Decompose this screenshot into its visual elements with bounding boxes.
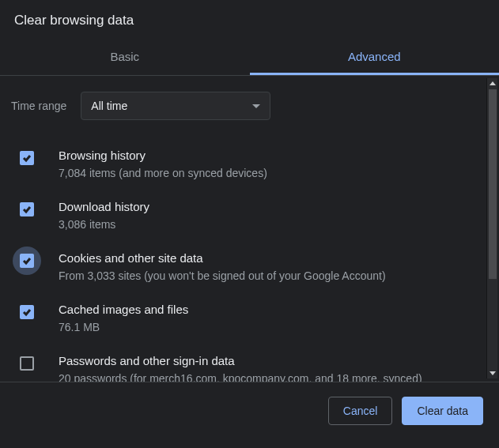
item-title: Browsing history	[59, 149, 267, 162]
scrollbar-thumb[interactable]	[489, 89, 497, 279]
check-icon	[22, 153, 32, 163]
list-item: Passwords and other sign-in data 20 pass…	[11, 346, 488, 382]
checkbox-cached-images[interactable]	[20, 305, 34, 319]
item-subtitle: 3,086 items	[59, 217, 149, 232]
check-icon	[22, 205, 32, 214]
list-item: Download history 3,086 items	[11, 192, 488, 243]
content-area: Time range All time Browsing history 7,0…	[0, 76, 499, 382]
list-item: Cached images and files 76.1 MB	[11, 295, 488, 346]
checkbox-download-history[interactable]	[20, 202, 34, 216]
scrollbar-down-icon[interactable]	[490, 371, 496, 375]
item-text: Browsing history 7,084 items (and more o…	[59, 149, 267, 181]
time-range-value: All time	[91, 100, 127, 112]
dialog-title: Clear browsing data	[0, 0, 499, 40]
item-text: Download history 3,086 items	[59, 200, 149, 232]
tabs: Basic Advanced	[0, 40, 499, 76]
list-item: Cookies and other site data From 3,033 s…	[11, 243, 488, 295]
checkbox-holder	[13, 247, 41, 275]
time-range-row: Time range All time	[11, 92, 488, 120]
tab-advanced[interactable]: Advanced	[250, 40, 500, 75]
item-subtitle: 20 passwords (for merch16.com, kpocompan…	[59, 371, 422, 382]
clear-data-button[interactable]: Clear data	[402, 397, 483, 425]
scroll-area[interactable]: Time range All time Browsing history 7,0…	[0, 76, 499, 382]
check-icon	[22, 307, 32, 317]
checkbox-cookies[interactable]	[20, 254, 34, 268]
item-text: Cookies and other site data From 3,033 s…	[59, 251, 386, 284]
checkbox-browsing-history[interactable]	[20, 151, 34, 165]
dialog-footer: Cancel Clear data	[0, 382, 499, 439]
item-title: Cookies and other site data	[59, 251, 386, 265]
list-item: Browsing history 7,084 items (and more o…	[11, 141, 488, 192]
checkbox-holder	[13, 195, 41, 224]
scrollbar-up-icon[interactable]	[490, 81, 496, 85]
item-title: Download history	[59, 200, 149, 213]
time-range-label: Time range	[11, 100, 66, 112]
chevron-down-icon	[252, 104, 260, 108]
item-subtitle: 76.1 MB	[59, 320, 188, 335]
item-text: Passwords and other sign-in data 20 pass…	[59, 354, 422, 382]
checkbox-holder	[13, 144, 41, 172]
item-subtitle: From 3,033 sites (you won't be signed ou…	[59, 269, 386, 284]
scrollbar[interactable]	[486, 78, 497, 378]
item-subtitle: 7,084 items (and more on synced devices)	[59, 166, 267, 181]
check-icon	[22, 256, 32, 265]
tab-basic[interactable]: Basic	[0, 40, 250, 75]
item-title: Passwords and other sign-in data	[59, 354, 422, 367]
item-title: Cached images and files	[59, 303, 188, 316]
time-range-select[interactable]: All time	[81, 92, 270, 120]
item-text: Cached images and files 76.1 MB	[59, 303, 188, 335]
checkbox-passwords[interactable]	[20, 356, 34, 371]
checkbox-holder	[13, 298, 41, 326]
checkbox-holder	[13, 349, 41, 378]
cancel-button[interactable]: Cancel	[328, 397, 393, 425]
